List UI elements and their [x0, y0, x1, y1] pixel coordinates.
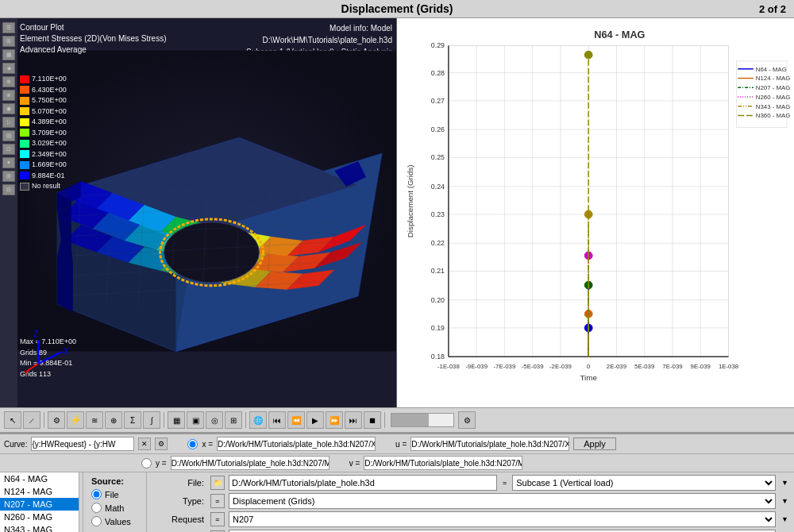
- svg-text:0.19: 0.19: [431, 324, 445, 332]
- toolbar-select-btn[interactable]: ↖: [4, 411, 21, 429]
- svg-text:Y: Y: [24, 369, 29, 377]
- page-indicator: 2 of 2: [627, 3, 786, 15]
- sidebar-icon-12[interactable]: ⊞: [2, 171, 15, 182]
- u-path-input[interactable]: [410, 437, 569, 451]
- sidebar-icon-11[interactable]: ✦: [2, 157, 15, 168]
- toolbar-prev-btn[interactable]: ⏮: [268, 411, 286, 429]
- toolbar-wave-btn[interactable]: ≋: [86, 411, 103, 429]
- fields-section: File: 📁 = Subcase 1 (Vertical load) ▼ Ty…: [147, 472, 794, 532]
- source-section: Source: File Math Values: [83, 472, 147, 532]
- curve-input[interactable]: [31, 437, 134, 451]
- svg-text:-5E-039: -5E-039: [522, 363, 544, 370]
- list-item-n260[interactable]: N260 - MAG: [0, 511, 79, 523]
- curve-close-btn[interactable]: ✕: [138, 438, 151, 450]
- sidebar-icons: ☰ ⊞ ▦ ◈ ⊕ ⊗ ◉ ▷ ▤ ⊡ ✦ ⊞ ⊟: [0, 18, 17, 407]
- contour-plot-header: Contour Plot Element Stresses (2D)(Von M…: [20, 22, 167, 56]
- x-path-input[interactable]: [217, 437, 376, 451]
- source-math-radio[interactable]: [91, 503, 102, 513]
- toolbar-box-btn[interactable]: ▣: [187, 411, 204, 429]
- svg-text:0.21: 0.21: [431, 267, 445, 275]
- request-dropdown-icon: ▼: [781, 515, 788, 523]
- toolbar-stop-btn[interactable]: ⏹: [364, 411, 381, 429]
- file-icon[interactable]: 📁: [210, 476, 225, 490]
- toolbar-forward-btn[interactable]: ⏩: [326, 411, 343, 429]
- toolbar-rewind-btn[interactable]: ⏪: [287, 411, 305, 429]
- y-radio[interactable]: [141, 458, 152, 468]
- source-values-radio[interactable]: [91, 516, 102, 526]
- toolbar-table-btn[interactable]: ⊞: [225, 411, 242, 429]
- sidebar-icon-13[interactable]: ⊟: [2, 184, 15, 195]
- svg-text:1E-038: 1E-038: [719, 363, 739, 370]
- list-item-n64[interactable]: N64 - MAG: [0, 472, 79, 485]
- svg-point-121: [584, 51, 592, 59]
- sidebar-icon-4[interactable]: ◈: [2, 63, 15, 74]
- toolbar-draw-btn[interactable]: ⟋: [23, 411, 40, 429]
- toolbar-sep-3: [245, 412, 246, 428]
- request-icon[interactable]: =: [210, 512, 225, 526]
- svg-text:N207 - MAG: N207 - MAG: [756, 84, 791, 91]
- toolbar-lightning-btn[interactable]: ⚡: [67, 411, 84, 429]
- type-label: Type:: [151, 496, 206, 506]
- apply-button[interactable]: Apply: [573, 438, 616, 450]
- toolbar-sep-1: [44, 412, 44, 428]
- sidebar-icon-3[interactable]: ▦: [2, 49, 15, 60]
- source-math-option[interactable]: Math: [91, 503, 138, 513]
- request-label: Request: [151, 515, 206, 524]
- sidebar-icon-10[interactable]: ⊡: [2, 144, 15, 155]
- svg-text:Time: Time: [580, 373, 596, 382]
- svg-text:0.25: 0.25: [431, 153, 445, 161]
- sidebar-icon-5[interactable]: ⊕: [2, 76, 15, 87]
- progress-slider[interactable]: [391, 413, 454, 427]
- toolbar-circle-btn[interactable]: ◎: [206, 411, 223, 429]
- contour-legend: 7.110E+00 6.430E+00 5.750E+00 5.070E+00 …: [20, 74, 67, 192]
- averaging-label: Advanced Average: [20, 44, 167, 56]
- list-item-n207[interactable]: N207 - MAG: [0, 498, 79, 511]
- sidebar-icon-7[interactable]: ◉: [2, 103, 15, 114]
- svg-text:0.24: 0.24: [431, 183, 445, 191]
- svg-text:0.23: 0.23: [431, 210, 445, 218]
- file-label: File:: [151, 478, 206, 488]
- subcase-select[interactable]: Subcase 1 (Vertical load): [512, 475, 776, 491]
- svg-text:-2E-039: -2E-039: [549, 363, 572, 370]
- toolbar-settings-btn[interactable]: ⚙: [48, 411, 65, 429]
- toolbar-integral-btn[interactable]: ∫: [143, 411, 160, 429]
- v-path-input[interactable]: [364, 456, 522, 470]
- svg-text:0.20: 0.20: [431, 296, 445, 304]
- source-values-label: Values: [105, 517, 131, 526]
- x-radio[interactable]: [187, 439, 198, 449]
- list-item-n343[interactable]: N343 - MAG: [0, 523, 79, 532]
- svg-text:9E-039: 9E-039: [691, 363, 711, 370]
- y-path-input[interactable]: [171, 456, 330, 470]
- fem-viewport-panel: ☰ ⊞ ▦ ◈ ⊕ ⊗ ◉ ▷ ▤ ⊡ ✦ ⊞ ⊟ Contour Plot E…: [0, 18, 397, 407]
- svg-text:0.18: 0.18: [431, 353, 445, 360]
- axes-indicator: X Z Y: [22, 324, 78, 380]
- sidebar-icon-9[interactable]: ▤: [2, 130, 15, 141]
- type-select[interactable]: Displacement (Grids): [229, 493, 776, 509]
- sidebar-icon-1[interactable]: ☰: [2, 22, 15, 33]
- toolbar-globe-btn[interactable]: 🌐: [249, 411, 267, 429]
- request-select[interactable]: N207: [229, 511, 776, 527]
- toolbar-gear-btn[interactable]: ⚙: [458, 411, 476, 429]
- toolbar-plus-btn[interactable]: ⊕: [105, 411, 122, 429]
- sidebar-icon-8[interactable]: ▷: [2, 117, 15, 128]
- curve-gear-btn[interactable]: ⚙: [155, 438, 168, 450]
- sidebar-icon-6[interactable]: ⊗: [2, 90, 15, 101]
- source-values-option[interactable]: Values: [91, 516, 138, 526]
- toolbar-grid-btn[interactable]: ▦: [168, 411, 185, 429]
- list-item-n124[interactable]: N124 - MAG: [0, 485, 79, 498]
- source-file-radio[interactable]: [91, 489, 102, 499]
- toolbar-play-btn[interactable]: ▶: [306, 411, 324, 429]
- sidebar-icon-2[interactable]: ⊞: [2, 36, 15, 47]
- type-row: Type: = Displacement (Grids) ▼: [151, 493, 790, 509]
- svg-text:N360 - MAG: N360 - MAG: [756, 112, 791, 119]
- toolbar-next-btn[interactable]: ⏭: [345, 411, 362, 429]
- source-file-option[interactable]: File: [91, 489, 138, 499]
- svg-text:-1E-038: -1E-038: [437, 363, 460, 370]
- type-icon[interactable]: =: [210, 494, 225, 508]
- chart-title: N64 - MAG: [594, 29, 645, 40]
- curve-list: N64 - MAG N124 - MAG N207 - MAG N260 - M…: [0, 472, 79, 532]
- equals-icon: =: [503, 479, 507, 487]
- svg-text:N260 - MAG: N260 - MAG: [756, 94, 791, 101]
- toolbar-sigma-btn[interactable]: Σ: [124, 411, 141, 429]
- file-input[interactable]: [229, 475, 497, 491]
